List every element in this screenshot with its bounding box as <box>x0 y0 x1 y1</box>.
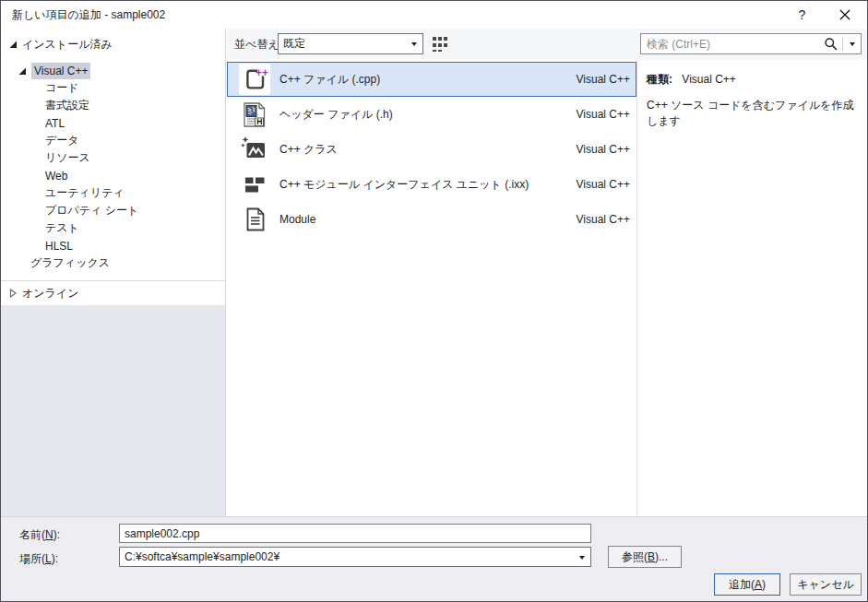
expanded-icon[interactable] <box>18 66 27 76</box>
tree-node-installed[interactable]: インストール済み <box>1 34 225 54</box>
expanded-icon[interactable] <box>8 40 18 49</box>
template-row-cpp-file[interactable]: ++ C++ ファイル (.cpp) Visual C++ <box>227 62 636 97</box>
search-divider <box>842 37 843 51</box>
template-name: C++ モジュール インターフェイス ユニット (.ixx) <box>279 177 577 193</box>
dialog-title: 新しい項目の追加 - sample002 <box>12 1 165 29</box>
search-dropdown-icon[interactable] <box>850 42 855 46</box>
add-button[interactable]: 追加(A) <box>714 573 780 596</box>
browse-button[interactable]: 参照(B)... <box>608 546 682 568</box>
tree-node-resource[interactable]: リソース <box>1 149 225 167</box>
cancel-label: キャンセル <box>797 578 853 591</box>
category-tree: インストール済み Visual C++ コード 書式設定 ATL データ リソー… <box>1 29 225 280</box>
tree-node-label: プロパティ シート <box>45 203 138 218</box>
name-input[interactable] <box>119 524 591 543</box>
close-button[interactable] <box>824 1 865 29</box>
sort-by-value: 既定 <box>279 34 422 53</box>
header-file-icon: H <box>239 99 270 130</box>
svg-text:++: ++ <box>256 66 268 79</box>
help-icon: ? <box>799 7 806 22</box>
tree-node-property-sheet[interactable]: プロパティ シート <box>1 202 225 219</box>
chevron-down-icon <box>579 556 585 560</box>
template-category: Visual C++ <box>577 213 630 226</box>
template-row-cpp-class[interactable]: C++ クラス Visual C++ <box>227 132 636 167</box>
search-icon[interactable] <box>824 37 838 52</box>
tree-node-code[interactable]: コード <box>1 79 225 97</box>
template-name: C++ クラス <box>279 142 577 158</box>
cpp-file-icon: ++ <box>239 64 270 95</box>
template-category: Visual C++ <box>577 73 630 86</box>
template-name: ヘッダー ファイル (.h) <box>279 107 577 123</box>
tree-node-label: HLSL <box>45 240 73 253</box>
tree-node-label: ユーティリティ <box>45 185 125 201</box>
tree-node-label: インストール済み <box>22 37 113 53</box>
sort-by-label: 並べ替え: <box>234 29 282 60</box>
category-sidebar: インストール済み Visual C++ コード 書式設定 ATL データ リソー… <box>1 29 226 516</box>
tree-node-label: 書式設定 <box>45 98 89 113</box>
template-category: Visual C++ <box>577 143 630 156</box>
tree-node-data[interactable]: データ <box>1 132 225 149</box>
location-value: C:¥softca¥sample¥sample002¥ <box>120 548 590 567</box>
tree-node-online[interactable]: オンライン <box>1 281 225 305</box>
type-value: Visual C++ <box>682 73 735 86</box>
search-box <box>640 33 862 54</box>
tree-node-label: リソース <box>45 150 90 166</box>
template-description: C++ ソース コードを含むファイルを作成します <box>647 98 858 130</box>
template-name: C++ ファイル (.cpp) <box>279 72 577 88</box>
tree-node-utility[interactable]: ユーティリティ <box>1 184 225 202</box>
tree-node-label: Web <box>45 170 67 183</box>
chevron-down-icon <box>411 42 417 46</box>
tree-node-label-selected: Visual C++ <box>31 63 90 79</box>
template-list: ++ C++ ファイル (.cpp) Visual C++ H <box>227 60 636 516</box>
sort-by-combobox[interactable]: 既定 <box>278 33 423 54</box>
module-file-icon <box>239 204 270 235</box>
tree-node-web[interactable]: Web <box>1 167 225 184</box>
tree-node-label: コード <box>45 80 79 96</box>
module-unit-icon <box>239 169 270 200</box>
close-icon <box>839 9 850 20</box>
tree-node-hlsl[interactable]: HLSL <box>1 237 225 254</box>
location-label: 場所(L): <box>19 551 58 567</box>
name-label: 名前(N): <box>19 527 60 543</box>
template-row-module[interactable]: Module Visual C++ <box>227 202 636 237</box>
template-row-module-interface-unit[interactable]: C++ モジュール インターフェイス ユニット (.ixx) Visual C+… <box>227 167 636 202</box>
cancel-button[interactable]: キャンセル <box>790 573 862 596</box>
tree-node-label: オンライン <box>22 286 78 301</box>
tree-node-formatting[interactable]: 書式設定 <box>1 97 225 114</box>
small-icons-view-button[interactable] <box>429 33 450 55</box>
tree-node-test[interactable]: テスト <box>1 219 225 237</box>
location-combobox[interactable]: C:¥softca¥sample¥sample002¥ <box>119 547 591 567</box>
search-input[interactable] <box>641 34 821 53</box>
cpp-class-icon <box>239 134 270 165</box>
template-row-header-file[interactable]: H ヘッダー ファイル (.h) Visual C++ <box>227 97 636 132</box>
toolbar: 並べ替え: 既定 <box>227 29 867 60</box>
tree-node-label: テスト <box>45 220 79 236</box>
template-category: Visual C++ <box>577 108 630 121</box>
add-new-item-dialog: 新しい項目の追加 - sample002 ? インストール済み Visual C… <box>0 0 868 602</box>
tree-node-label: グラフィックス <box>30 255 110 271</box>
template-name: Module <box>279 213 577 226</box>
help-button[interactable]: ? <box>781 1 823 29</box>
tree-node-graphics[interactable]: グラフィックス <box>1 254 225 272</box>
tree-node-label: データ <box>45 133 79 148</box>
tree-node-visual-cpp[interactable]: Visual C++ <box>1 62 225 79</box>
tree-node-atl[interactable]: ATL <box>1 114 225 132</box>
template-category: Visual C++ <box>577 178 630 191</box>
collapsed-icon[interactable] <box>8 289 18 298</box>
tree-node-label: ATL <box>45 117 65 130</box>
footer: 名前(N): 場所(L): C:¥softca¥sample¥sample002… <box>1 516 867 601</box>
small-icons-view-icon <box>432 35 448 53</box>
svg-text:H: H <box>256 117 262 126</box>
title-bar[interactable]: 新しい項目の追加 - sample002 ? <box>1 1 867 29</box>
type-label: 種類: <box>647 73 672 86</box>
template-details-pane: 種類: Visual C++ C++ ソース コードを含むファイルを作成します <box>637 60 867 516</box>
